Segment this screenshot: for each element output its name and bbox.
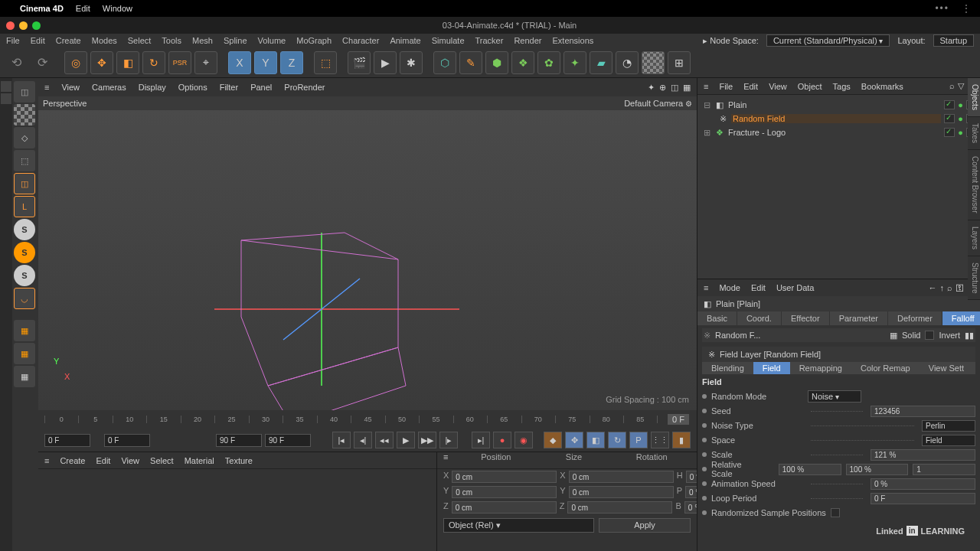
attr-menu-userdata[interactable]: User Data [776, 283, 815, 292]
plane-icon[interactable]: ▰ [590, 51, 612, 74]
visibility-toggle[interactable] [944, 128, 955, 137]
tweak-mode-icon[interactable]: ◡ [14, 288, 35, 309]
subtab-colorremap[interactable]: Color Remap [851, 362, 920, 374]
menu-extensions[interactable]: Extensions [552, 36, 593, 45]
mac-menu-edit[interactable]: Edit [76, 4, 90, 13]
size-z-field[interactable] [567, 501, 672, 514]
anim-speed-field[interactable] [871, 478, 975, 490]
obj-search-icon[interactable]: ⌕ [949, 81, 955, 91]
tree-item-random-field[interactable]: ※ Random Field ● [701, 112, 977, 126]
locked-tool[interactable]: ⌖ [194, 51, 217, 74]
seed-field[interactable] [871, 406, 975, 417]
generator-icon[interactable]: ⬢ [485, 51, 508, 74]
viewport-solo-icon[interactable]: ▦ [14, 320, 35, 341]
menu-mograph[interactable]: MoGraph [296, 36, 332, 45]
attr-up-icon[interactable]: ↑ [940, 283, 945, 293]
prev-key-icon[interactable]: ◂| [354, 432, 372, 448]
blend-mode-icon[interactable]: ▦ [890, 331, 897, 341]
keyframe-mode-icon[interactable]: ⋮⋮ [651, 432, 669, 448]
subtab-blending[interactable]: Blending [702, 362, 753, 374]
model-mode-icon[interactable]: ◫ [14, 81, 35, 103]
expand-icon[interactable]: ⊞ [704, 128, 711, 138]
mat-hamburger-icon[interactable]: ≡ [44, 456, 49, 465]
lv-2[interactable] [1, 93, 11, 104]
attr-lock-icon[interactable]: ⚿ [956, 283, 964, 293]
viewport-solo2-icon[interactable]: ▦ [14, 343, 35, 364]
menu-character[interactable]: Character [342, 36, 379, 45]
object-mode-icon[interactable]: ⬚ [14, 150, 35, 171]
pos-y-field[interactable] [452, 486, 557, 498]
vp-menu-display[interactable]: Display [139, 83, 166, 92]
tab-effector[interactable]: Effector [782, 311, 830, 325]
subtab-viewsettings[interactable]: View Sett [920, 362, 973, 374]
coord-mode-dropdown[interactable]: Object (Rel) ▾ [443, 518, 594, 533]
move-tool[interactable]: ✥ [90, 51, 113, 74]
obj-hamburger-icon[interactable]: ≡ [704, 82, 708, 91]
axis-y-lock[interactable]: Y [254, 51, 277, 74]
visibility-toggle[interactable] [944, 114, 955, 123]
vp-menu-view[interactable]: View [61, 83, 80, 92]
vp-hamburger-icon[interactable]: ≡ [44, 83, 49, 92]
size-x-field[interactable] [569, 471, 674, 483]
tab-coord[interactable]: Coord. [737, 311, 782, 325]
menu-modes[interactable]: Modes [92, 36, 117, 45]
tree-label[interactable]: Random Field [731, 114, 941, 123]
vtab-content-browser[interactable]: Content Browser [968, 150, 980, 220]
render-options-icon[interactable]: ✱ [400, 51, 423, 74]
mat-menu-view[interactable]: View [121, 456, 139, 465]
obj-menu-file[interactable]: File [719, 82, 733, 91]
live-selection-tool[interactable]: ◎ [64, 51, 87, 74]
obj-menu-edit[interactable]: Edit [743, 82, 758, 91]
snap-3-icon[interactable]: S [14, 265, 35, 286]
rand-sample-checkbox[interactable] [831, 508, 840, 517]
subtab-field[interactable]: Field [753, 362, 790, 374]
recent-tools[interactable]: PSR [168, 51, 191, 74]
pos-z-field[interactable] [452, 501, 557, 514]
vtab-layers[interactable]: Layers [968, 220, 980, 256]
close-window-icon[interactable] [6, 21, 15, 30]
workplane-mode-icon[interactable]: ◇ [14, 127, 35, 148]
render-view-icon[interactable]: ▶ [374, 51, 397, 74]
range-start-field[interactable] [44, 434, 90, 447]
menu-tracker[interactable]: Tracker [475, 36, 504, 45]
prev-frame-icon[interactable]: ◂◂ [375, 432, 394, 448]
attr-menu-edit[interactable]: Edit [751, 283, 766, 292]
invert-checkbox[interactable] [925, 331, 934, 340]
obj-menu-tags[interactable]: Tags [833, 82, 851, 91]
expand-icon[interactable]: ⊟ [704, 100, 711, 110]
vp-nav-icon2[interactable]: ⊕ [659, 83, 666, 93]
animation-layer-icon[interactable]: ▮ [672, 432, 691, 448]
menu-create[interactable]: Create [56, 36, 81, 45]
light-icon[interactable] [642, 51, 665, 74]
attr-search-icon[interactable]: ⌕ [947, 283, 952, 293]
axis-x-lock[interactable]: X [228, 51, 251, 74]
obj-menu-bookmarks[interactable]: Bookmarks [861, 82, 903, 91]
vtab-takes[interactable]: Takes [968, 117, 980, 150]
menu-simulate[interactable]: Simulate [432, 36, 465, 45]
tab-parameter[interactable]: Parameter [830, 311, 888, 325]
obj-menu-object[interactable]: Object [798, 82, 822, 91]
texture-mode-icon[interactable] [14, 104, 35, 126]
vtab-structure[interactable]: Structure [968, 256, 980, 301]
param-key-icon[interactable]: P [629, 432, 648, 448]
render-settings-icon[interactable]: 🎬 [348, 51, 371, 74]
coord-system[interactable]: ⬚ [314, 51, 337, 74]
attr-menu-mode[interactable]: Mode [719, 283, 740, 292]
viewport-3d[interactable]: C OUD Y X Grid Spacing : 100 cm [38, 110, 697, 410]
noise-type-dropdown[interactable]: Perlin [922, 420, 975, 432]
range-end-field[interactable] [265, 434, 311, 447]
mat-menu-texture[interactable]: Texture [225, 456, 253, 465]
nodespace-dropdown[interactable]: Current (Standard/Physical) ▾ [766, 34, 890, 47]
relscale-x-field[interactable] [779, 464, 841, 475]
axis-z-lock[interactable]: Z [280, 51, 303, 74]
generator2-icon[interactable]: ❖ [511, 51, 534, 74]
snap-2-icon[interactable]: S [14, 242, 35, 263]
preview-start-field[interactable] [104, 434, 150, 447]
edge-mode-icon[interactable]: L [14, 196, 35, 217]
obj-filter-icon[interactable]: ▽ [958, 81, 964, 91]
record-icon[interactable]: ● [493, 432, 511, 448]
object-tree[interactable]: ⊟ ◧ Plain ● ※ Random Field ● ⊞ ❖ Fractur… [697, 95, 980, 279]
mat-menu-material[interactable]: Material [185, 456, 214, 465]
tree-label[interactable]: Plain [728, 100, 941, 109]
tab-falloff[interactable]: Falloff [942, 311, 980, 325]
